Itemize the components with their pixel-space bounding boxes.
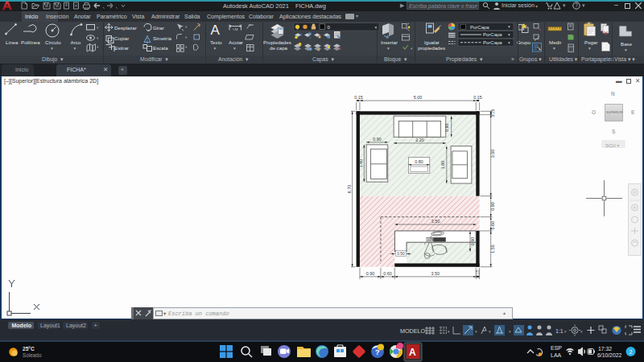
svg-text:1:1: 1:1 (555, 328, 564, 334)
svg-text:▾: ▾ (411, 47, 413, 51)
svg-text:▾: ▾ (387, 46, 390, 51)
svg-text:▾: ▾ (625, 47, 627, 52)
svg-text:MODELO: MODELO (400, 327, 426, 335)
svg-text:Círculo: Círculo (45, 39, 61, 45)
svg-text:3.50: 3.50 (431, 271, 440, 276)
svg-text:Polilínea: Polilínea (21, 39, 40, 45)
svg-text:▾: ▾ (580, 329, 583, 334)
svg-text:▾: ▾ (97, 45, 99, 49)
svg-text:▾: ▾ (74, 46, 76, 51)
svg-text:▾: ▾ (51, 46, 53, 51)
svg-text:Escala: Escala (153, 45, 168, 51)
svg-text:▾: ▾ (185, 35, 188, 39)
svg-text:5.00: 5.00 (414, 95, 423, 100)
svg-text:▾: ▾ (564, 329, 567, 334)
svg-text:A: A (211, 23, 221, 38)
svg-text:▾: ▾ (97, 26, 99, 30)
svg-text:6/10/2022: 6/10/2022 (597, 352, 621, 358)
svg-text:Simetría: Simetría (153, 35, 172, 41)
svg-text:2: 2 (630, 349, 633, 355)
svg-text:de capa: de capa (270, 45, 288, 51)
svg-text:1.55: 1.55 (490, 245, 495, 253)
svg-text:0.15: 0.15 (354, 95, 363, 100)
svg-text:Copiar: Copiar (114, 35, 129, 41)
svg-text:Propiedades: Propiedades (263, 39, 291, 45)
svg-text:Girar: Girar (153, 25, 164, 31)
svg-text:A: A (409, 347, 416, 358)
svg-text:PorCapa: PorCapa (483, 32, 502, 37)
svg-text:▾: ▾ (508, 32, 510, 37)
svg-text:ESP: ESP (551, 345, 562, 351)
svg-text:▾: ▾ (475, 329, 477, 334)
svg-text:▾: ▾ (509, 329, 511, 334)
svg-text:0.15: 0.15 (491, 109, 495, 117)
svg-text:3.50: 3.50 (490, 150, 495, 158)
svg-text:0.90: 0.90 (490, 202, 495, 211)
svg-text:Medir: Medir (549, 39, 561, 45)
svg-text:Línea: Línea (6, 39, 19, 45)
svg-text:17:32: 17:32 (598, 346, 612, 352)
svg-text:0.90: 0.90 (366, 271, 375, 276)
svg-text:▾: ▾ (233, 46, 236, 51)
svg-text:▾: ▾ (214, 46, 217, 51)
svg-text:Arco: Arco (71, 39, 81, 45)
svg-text:0.50: 0.50 (397, 252, 405, 256)
svg-text:Igualar: Igualar (424, 39, 440, 45)
svg-text:?: ? (575, 2, 578, 8)
svg-text:▾: ▾ (588, 46, 591, 51)
svg-text:3.50: 3.50 (431, 219, 440, 224)
svg-text:▾: ▾ (185, 25, 188, 29)
svg-text:▾: ▾ (185, 45, 188, 49)
svg-text:Base: Base (621, 41, 633, 47)
svg-text:0.90: 0.90 (373, 137, 382, 142)
svg-text:▾: ▾ (508, 24, 510, 29)
svg-text:Insertar: Insertar (381, 39, 398, 45)
svg-text:0.15: 0.15 (473, 95, 482, 100)
svg-text:Texto: Texto (210, 39, 222, 45)
svg-text:0.90: 0.90 (444, 124, 449, 133)
svg-text:0.15: 0.15 (476, 269, 480, 277)
svg-text:LAA: LAA (551, 352, 562, 358)
svg-text:Grupo: Grupo (517, 39, 531, 45)
svg-text:2.20: 2.20 (415, 138, 424, 142)
svg-text:Acotar: Acotar (229, 39, 243, 45)
svg-text:Desplazar: Desplazar (114, 25, 137, 31)
svg-text:?: ? (375, 348, 380, 356)
svg-text:Pegar: Pegar (584, 39, 598, 45)
svg-text:0.60: 0.60 (383, 271, 392, 276)
svg-text:0.80: 0.80 (415, 159, 423, 164)
svg-text:propiedades: propiedades (418, 45, 445, 51)
svg-text:0.90: 0.90 (470, 237, 475, 246)
svg-text:25°C: 25°C (23, 346, 35, 352)
svg-text:PorCapa: PorCapa (483, 40, 502, 45)
svg-text:PorCapa: PorCapa (470, 25, 489, 30)
svg-text:1.60: 1.60 (358, 159, 363, 168)
svg-text:▾: ▾ (553, 46, 555, 51)
svg-text:6.70: 6.70 (347, 185, 352, 194)
svg-text:0.60: 0.60 (490, 221, 495, 230)
svg-text:1.60: 1.60 (441, 161, 446, 170)
svg-text:▾: ▾ (508, 40, 510, 45)
svg-text:Soleado: Soleado (23, 352, 42, 358)
svg-text:▾: ▾ (448, 329, 450, 334)
svg-text:Estirar: Estirar (114, 45, 129, 51)
svg-text:▾: ▾ (97, 36, 99, 40)
svg-text:▾: ▾ (489, 329, 491, 334)
